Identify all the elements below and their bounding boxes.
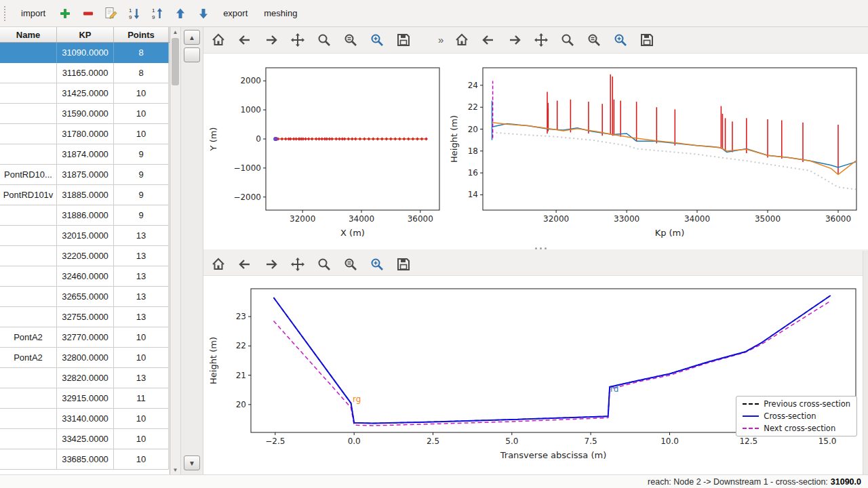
zoom-plus-button[interactable] [367,30,387,50]
cell-points[interactable]: 13 [114,307,169,327]
header-points[interactable]: Points [114,27,169,42]
add-cross-section-button[interactable] [56,5,74,22]
move-down-button[interactable] [195,5,212,22]
cell-name[interactable] [0,205,57,226]
zoom-button[interactable] [557,30,578,50]
toolbar-extension-button[interactable]: » [435,33,446,47]
zoom-button[interactable] [314,254,334,274]
cell-kp[interactable]: 32820.0000 [57,368,114,388]
cell-name[interactable] [0,449,57,470]
table-row[interactable]: 32655.000013 [0,287,170,307]
cell-name[interactable] [0,287,57,307]
save-button[interactable] [637,30,657,50]
cell-points[interactable]: 10 [114,124,169,144]
cell-points[interactable]: 9 [114,144,169,165]
cell-points[interactable]: 10 [114,104,169,124]
cell-kp[interactable]: 33140.0000 [57,409,114,429]
cell-kp[interactable]: 31090.0000 [57,43,114,63]
cell-name[interactable] [0,368,57,388]
cell-kp[interactable]: 31885.0000 [57,185,114,205]
cell-kp[interactable]: 32015.0000 [57,226,114,246]
zoom-plus-button[interactable] [367,254,387,274]
cell-points[interactable]: 10 [114,449,169,470]
table-row[interactable]: 31874.00009 [0,144,170,165]
cell-kp[interactable]: 32205.0000 [57,246,114,266]
cell-kp[interactable]: 31165.0000 [57,63,114,83]
home-button[interactable] [452,30,472,50]
cell-name[interactable] [0,409,57,429]
table-row[interactable]: 33140.000010 [0,409,170,429]
cell-name[interactable] [0,43,57,63]
cell-name[interactable] [0,388,57,409]
table-row[interactable]: 31425.000010 [0,83,170,104]
sort-ascending-button[interactable]: 1 9 [149,5,166,22]
header-name[interactable]: Name [0,27,57,42]
cell-points[interactable]: 9 [114,185,169,205]
back-button[interactable] [235,30,255,50]
cell-points[interactable]: 10 [114,409,169,429]
forward-button[interactable] [261,30,281,50]
table-row[interactable]: 32205.000013 [0,246,170,266]
cell-points[interactable]: 10 [114,83,169,104]
table-row[interactable]: 31165.00008 [0,63,170,83]
back-button[interactable] [478,30,498,50]
panel-scrollbar-thumb[interactable] [184,47,200,62]
table-scrollbar[interactable]: ▲ ▼ [170,27,181,474]
figure-options-button[interactable] [340,30,361,50]
cell-name[interactable] [0,104,57,124]
panel-scroll-up-button[interactable]: ▲ [184,30,200,45]
table-scrollbar-thumb[interactable] [172,38,179,85]
table-row[interactable]: PontRD10...31875.00009 [0,165,170,185]
cell-name[interactable]: PontA2 [0,327,57,348]
cell-points[interactable]: 10 [114,429,169,449]
cell-name[interactable]: PontRD10... [0,165,57,185]
save-button[interactable] [393,254,414,274]
cell-name[interactable] [0,124,57,144]
zoom-plus-button[interactable] [610,30,631,50]
cell-kp[interactable]: 33425.0000 [57,429,114,449]
pan-button[interactable] [288,30,308,50]
table-row[interactable]: PontA232800.000010 [0,348,170,368]
cell-kp[interactable]: 32755.0000 [57,307,114,327]
figure-options-button[interactable] [340,254,361,274]
cell-points[interactable]: 11 [114,388,169,409]
home-button[interactable] [208,254,229,274]
cell-points[interactable]: 13 [114,226,169,246]
cell-kp[interactable]: 32655.0000 [57,287,114,307]
table-row[interactable]: 32015.000013 [0,226,170,246]
table-row[interactable]: 31590.000010 [0,104,170,124]
cell-name[interactable] [0,63,57,83]
pan-button[interactable] [288,254,308,274]
header-kp[interactable]: KP [57,27,114,42]
splitter-handle[interactable] [530,246,551,250]
cell-kp[interactable]: 31886.0000 [57,205,114,226]
table-row[interactable]: PontA232770.000010 [0,327,170,348]
pan-button[interactable] [531,30,551,50]
home-button[interactable] [208,30,229,50]
panel-scroll-down-button[interactable]: ▼ [184,455,200,470]
cell-kp[interactable]: 31590.0000 [57,104,114,124]
table-row[interactable]: 33425.000010 [0,429,170,449]
meshing-menu[interactable]: meshing [258,5,302,21]
cell-name[interactable] [0,307,57,327]
cell-name[interactable] [0,226,57,246]
cell-points[interactable]: 13 [114,368,169,388]
table-row[interactable]: 32915.000011 [0,388,170,409]
cell-name[interactable] [0,246,57,266]
plan-plot-canvas[interactable]: 320003400036000−2000−1000010002000X (m)Y… [205,57,444,241]
toolbar-drag-handle[interactable] [4,6,9,21]
table-row[interactable]: PontRD101v31885.00009 [0,185,170,205]
table-row[interactable]: 33685.000010 [0,449,170,470]
scroll-up-icon[interactable]: ▲ [170,27,180,37]
cell-points[interactable]: 13 [114,266,169,287]
forward-button[interactable] [505,30,525,50]
table-row[interactable]: 31780.000010 [0,124,170,144]
table-row[interactable]: 31090.00008 [0,43,170,63]
cell-kp[interactable]: 32800.0000 [57,348,114,368]
cell-kp[interactable]: 31875.0000 [57,165,114,185]
cell-name[interactable] [0,266,57,287]
cell-points[interactable]: 13 [114,287,169,307]
back-button[interactable] [235,254,255,274]
cell-name[interactable]: PontA2 [0,348,57,368]
cell-name[interactable]: PontRD101v [0,185,57,205]
